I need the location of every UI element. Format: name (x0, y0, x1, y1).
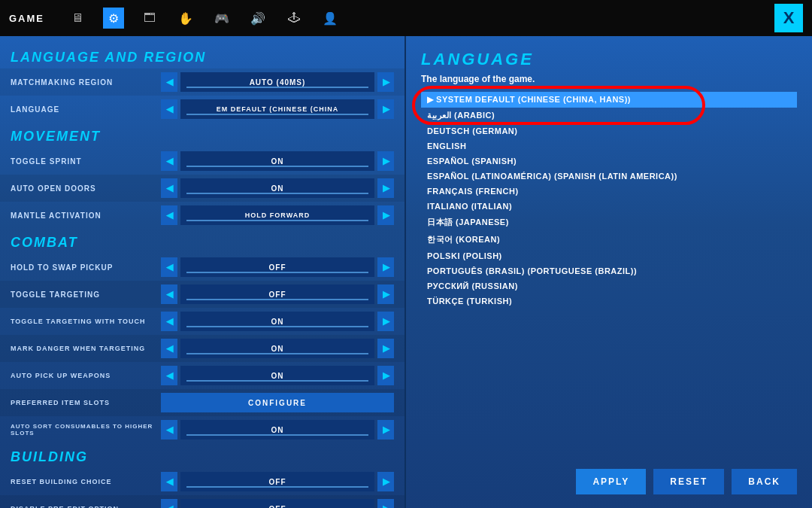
disable-pre-edit-value: OFF (180, 499, 374, 508)
language-control: ◀ EM DEFAULT (CHINESE (CHINA ▶ (161, 99, 394, 119)
hold-swap-pickup-control: ◀ OFF ▶ (161, 257, 394, 277)
reset-button[interactable]: RESET (653, 469, 724, 494)
lang-item-french[interactable]: FRANÇAIS (FRENCH) (421, 184, 797, 199)
lang-item-portuguese[interactable]: PORTUGUÊS (BRASIL) (PORTUGUESE (BRAZIL)) (421, 263, 797, 278)
setting-reset-building: Reset Building Choice ◀ OFF ▶ (0, 468, 404, 495)
section-combat: Combat (0, 229, 404, 254)
auto-sort-consumables-right[interactable]: ▶ (377, 420, 394, 440)
monitor-icon[interactable]: 🖥 (67, 8, 88, 29)
auto-sort-consumables-left[interactable]: ◀ (161, 420, 177, 440)
mantle-activation-left[interactable]: ◀ (161, 205, 177, 225)
auto-open-doors-control: ◀ ON ▶ (161, 178, 394, 198)
auto-pickup-weapons-right[interactable]: ▶ (377, 366, 394, 385)
lang-item-english[interactable]: ENGLISH (421, 138, 797, 154)
lang-item-german[interactable]: DEUTSCH (GERMAN) (421, 123, 797, 138)
person-icon[interactable]: 👤 (320, 8, 341, 29)
toggle-targeting-touch-right[interactable]: ▶ (377, 312, 394, 331)
matchmaking-region-right[interactable]: ▶ (377, 72, 394, 92)
auto-pickup-weapons-control: ◀ ON ▶ (161, 366, 394, 385)
lang-item-polish[interactable]: POLSKI (POLISH) (421, 248, 797, 263)
setting-auto-sort-consumables: Auto Sort Consumables to Higher Slots ◀ … (0, 416, 404, 443)
toggle-targeting-label: Toggle Targeting (11, 291, 161, 299)
hold-swap-pickup-left[interactable]: ◀ (161, 257, 177, 277)
setting-hold-swap-pickup: Hold to Swap Pickup ◀ OFF ▶ (0, 254, 404, 281)
hold-swap-pickup-label: Hold to Swap Pickup (11, 263, 161, 272)
setting-toggle-targeting-touch: Toggle Targeting with Touch ◀ ON ▶ (0, 308, 404, 335)
lang-item-russian[interactable]: РУССКИЙ (RUSSIAN) (421, 278, 797, 294)
setting-mantle-activation: Mantle Activation ◀ HOLD FORWARD ▶ (0, 202, 404, 229)
lang-item-spanish-latam[interactable]: ESPAÑOL (LATINOAMÉRICA) (SPANISH (LATIN … (421, 169, 797, 184)
hold-swap-pickup-value: OFF (180, 257, 374, 277)
setting-preferred-item-slots: Preferred Item Slots CONFIGURE (0, 389, 404, 416)
lang-item-korean[interactable]: 한국어 (KOREAN) (421, 231, 797, 248)
setting-disable-pre-edit: Disable Pre-Edit Option ◀ OFF ▶ (0, 495, 404, 508)
lang-item-turkish[interactable]: TÜRKÇE (TURKISH) (421, 294, 797, 309)
toggle-targeting-right[interactable]: ▶ (377, 284, 394, 304)
apply-button[interactable]: APPLY (576, 469, 646, 494)
mark-danger-left[interactable]: ◀ (161, 339, 177, 358)
gear-icon[interactable]: ⚙ (103, 8, 124, 29)
auto-open-doors-value: ON (180, 178, 374, 198)
language-right[interactable]: ▶ (377, 99, 394, 119)
game-title: GAME (9, 13, 44, 24)
toggle-targeting-control: ◀ OFF ▶ (161, 284, 394, 304)
topbar: GAME 🖥 ⚙ 🗔 ✋ 🎮 🔊 🕹 👤 X (0, 0, 812, 36)
controller-icon[interactable]: 🎮 (211, 8, 232, 29)
auto-sort-consumables-value: ON (180, 420, 374, 440)
toggle-sprint-left[interactable]: ◀ (161, 151, 177, 171)
language-description: The language of the game. (421, 74, 797, 84)
reset-building-left[interactable]: ◀ (161, 472, 177, 491)
toggle-targeting-left[interactable]: ◀ (161, 284, 177, 304)
mark-danger-label: Mark Danger When Targeting (11, 345, 161, 352)
toggle-targeting-touch-label: Toggle Targeting with Touch (11, 318, 161, 325)
toggle-sprint-right[interactable]: ▶ (377, 151, 394, 171)
hold-swap-pickup-right[interactable]: ▶ (377, 257, 394, 277)
back-button[interactable]: BACK (732, 469, 797, 494)
main-content: Language and Region Matchmaking Region ◀… (0, 36, 812, 508)
disable-pre-edit-left[interactable]: ◀ (161, 499, 177, 508)
language-list-container: SYSTEM DEFAULT (CHINESE (CHINA, HANS)) ا… (421, 92, 797, 461)
toggle-sprint-control: ◀ ON ▶ (161, 151, 394, 171)
configure-button[interactable]: CONFIGURE (161, 393, 394, 412)
setting-auto-open-doors: Auto Open Doors ◀ ON ▶ (0, 175, 404, 202)
toggle-sprint-label: Toggle Sprint (11, 157, 161, 166)
lang-item-spanish[interactable]: ESPAÑOL (SPANISH) (421, 154, 797, 169)
disable-pre-edit-right[interactable]: ▶ (377, 499, 394, 508)
mantle-activation-right[interactable]: ▶ (377, 205, 394, 225)
toggle-sprint-value: ON (180, 151, 374, 171)
auto-open-doors-left[interactable]: ◀ (161, 178, 177, 198)
auto-open-doors-right[interactable]: ▶ (377, 178, 394, 198)
reset-building-right[interactable]: ▶ (377, 472, 394, 491)
toggle-targeting-touch-value: ON (180, 312, 374, 331)
section-movement: Movement (0, 123, 404, 148)
section-language-region: Language and Region (0, 44, 404, 68)
toggle-targeting-value: OFF (180, 284, 374, 304)
bottom-action-bar: APPLY RESET BACK (421, 461, 797, 494)
auto-pickup-weapons-left[interactable]: ◀ (161, 366, 177, 385)
disable-pre-edit-control: ◀ OFF ▶ (161, 499, 394, 508)
lang-item-system-default[interactable]: SYSTEM DEFAULT (CHINESE (CHINA, HANS)) (421, 92, 797, 108)
close-button[interactable]: X (774, 4, 803, 32)
lang-item-arabic[interactable]: العربية (ARABIC) (421, 108, 797, 123)
setting-mark-danger: Mark Danger When Targeting ◀ ON ▶ (0, 335, 404, 362)
reset-building-label: Reset Building Choice (11, 478, 161, 485)
gamepad-icon[interactable]: 🕹 (283, 8, 304, 29)
language-left[interactable]: ◀ (161, 99, 177, 119)
lang-item-japanese[interactable]: 日本語 (JAPANESE) (421, 214, 797, 231)
left-panel: Language and Region Matchmaking Region ◀… (0, 36, 406, 508)
setting-toggle-targeting: Toggle Targeting ◀ OFF ▶ (0, 281, 404, 308)
auto-pickup-weapons-label: Auto Pick Up Weapons (11, 372, 161, 379)
matchmaking-region-left[interactable]: ◀ (161, 72, 177, 92)
toggle-targeting-touch-left[interactable]: ◀ (161, 312, 177, 331)
volume-icon[interactable]: 🔊 (247, 8, 268, 29)
reset-building-control: ◀ OFF ▶ (161, 472, 394, 491)
toggle-targeting-touch-control: ◀ ON ▶ (161, 312, 394, 331)
mark-danger-right[interactable]: ▶ (377, 339, 394, 358)
hand-icon[interactable]: ✋ (175, 8, 196, 29)
matchmaking-region-label: Matchmaking Region (11, 78, 161, 87)
matchmaking-region-control: ◀ AUTO (40MS) ▶ (161, 72, 394, 92)
lang-item-italian[interactable]: ITALIANO (ITALIAN) (421, 199, 797, 214)
reset-building-value: OFF (180, 472, 374, 491)
setting-matchmaking-region: Matchmaking Region ◀ AUTO (40MS) ▶ (0, 68, 404, 96)
display-icon[interactable]: 🗔 (139, 8, 160, 29)
